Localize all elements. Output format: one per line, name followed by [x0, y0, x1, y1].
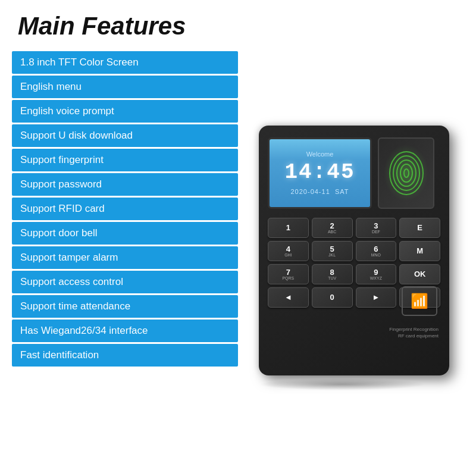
key-1-2[interactable]: 6MNO	[356, 241, 397, 261]
feature-item-u-disk: Support U disk download	[12, 124, 238, 147]
rfid-reader: 📶	[402, 286, 437, 316]
svg-point-0	[390, 152, 423, 195]
feature-item-time-attendance: Support time attendance	[12, 295, 238, 318]
device-screen: Welcome 14:45 2020-04-11 SAT	[268, 137, 372, 209]
key-0-3[interactable]: E	[399, 218, 440, 238]
screen-welcome: Welcome	[306, 151, 334, 158]
key-1-0[interactable]: 4GHI	[268, 241, 309, 261]
features-list: 1.8 inch TFT Color ScreenEnglish menuEng…	[12, 51, 238, 464]
fingerprint-icon	[389, 149, 424, 197]
key-2-3[interactable]: OK	[399, 264, 440, 284]
feature-item-rfid-card: Support RFID card	[12, 198, 238, 220]
screen-date: 2020-04-11 SAT	[291, 188, 349, 195]
svg-point-4	[404, 169, 409, 177]
key-0-2[interactable]: 3DEF	[356, 218, 397, 238]
key-2-2[interactable]: 9WXYZ	[356, 264, 397, 284]
content-area: 1.8 inch TFT Color ScreenEnglish menuEng…	[12, 51, 464, 464]
key-2-0[interactable]: 7PQRS	[268, 264, 309, 284]
device-area: Welcome 14:45 2020-04-11 SAT	[244, 51, 464, 464]
key-3-0[interactable]: ◄	[268, 287, 309, 308]
svg-point-3	[400, 164, 412, 182]
main-container: Main Features 1.8 inch TFT Color ScreenE…	[0, 0, 476, 476]
device-top: Welcome 14:45 2020-04-11 SAT	[268, 137, 440, 209]
page-title: Main Features	[12, 12, 464, 40]
feature-item-wiegand: Has Wiegand26/34 interface	[12, 320, 238, 342]
fp-glow	[384, 145, 428, 201]
rfid-icon: 📶	[411, 293, 428, 309]
key-2-1[interactable]: 8TUV	[312, 264, 353, 284]
feature-item-fast-id: Fast identification	[12, 344, 238, 367]
feature-item-tamper-alarm: Support tamper alarm	[12, 246, 238, 269]
feature-item-tft-screen: 1.8 inch TFT Color Screen	[12, 51, 238, 74]
key-3-1[interactable]: 0	[312, 287, 353, 308]
feature-item-english-menu: English menu	[12, 76, 238, 98]
device-label: Fingerprint Recognition RF card equipmen…	[389, 326, 439, 339]
key-1-1[interactable]: 5JKL	[312, 241, 353, 261]
device: Welcome 14:45 2020-04-11 SAT	[259, 126, 449, 375]
feature-item-english-voice: English voice prompt	[12, 100, 238, 123]
key-0-0[interactable]: 1	[268, 218, 309, 238]
key-3-2[interactable]: ►	[356, 287, 397, 308]
feature-item-fingerprint: Support fingerprint	[12, 149, 238, 171]
feature-item-access-control: Support access control	[12, 271, 238, 293]
feature-item-door-bell: Support door bell	[12, 222, 238, 245]
key-1-3[interactable]: M	[399, 241, 440, 261]
screen-time: 14:45	[284, 160, 355, 184]
key-0-1[interactable]: 2ABC	[312, 218, 353, 238]
device-shadow	[259, 378, 425, 390]
feature-item-password: Support password	[12, 173, 238, 196]
fingerprint-sensor	[378, 137, 434, 209]
